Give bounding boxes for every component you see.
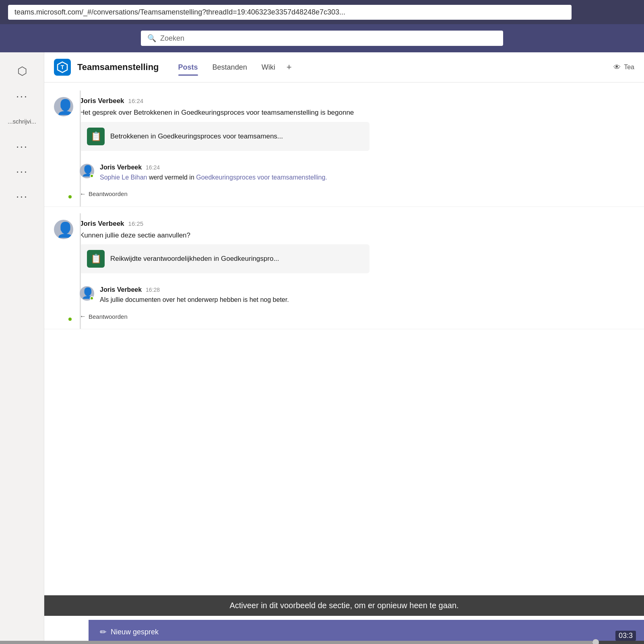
sub-message-body-2-1: Als jullie documenten over het onderwerp…: [100, 295, 625, 305]
sidebar-item-dots-4[interactable]: ···: [16, 190, 28, 203]
sidebar-item-dots-1[interactable]: ···: [16, 90, 28, 103]
avatar-1: [54, 97, 73, 116]
tab-wiki[interactable]: Wiki: [255, 60, 282, 75]
sidebar-item-dots-3[interactable]: ···: [16, 165, 28, 178]
channel-name: Teamsamenstelling: [77, 62, 159, 72]
subtitle-text: Activeer in dit voorbeeld de sectie, om …: [229, 601, 458, 610]
status-dot-2: [68, 317, 72, 322]
message-header-1: Joris Verbeek 16:24: [80, 97, 634, 105]
sub-message-body-1-1: Sophie Le Bihan werd vermeld in Goedkeur…: [100, 173, 625, 182]
attachment-icon-symbol-2: 📋: [91, 254, 101, 264]
teams-main: ⬡ ··· ...schrijvi... ··· ··· ··· T Teams…: [0, 52, 644, 644]
avatar-wrapper-2: [54, 220, 73, 323]
sub-status-dot-1-1: [90, 174, 94, 178]
status-dot-1: [68, 194, 72, 199]
sub-status-dot-2-1: [90, 296, 94, 300]
browser-chrome: teams.microsoft.com/_#/conversations/Tea…: [0, 0, 644, 24]
teams-search-bar: 🔍 Zoeken: [0, 24, 644, 52]
attachment-card-1[interactable]: 📋 Betrokkenen in Goedkeuringsproces voor…: [80, 122, 369, 151]
channel-logo: T: [54, 59, 71, 76]
message-author-2: Joris Verbeek: [80, 220, 124, 228]
reply-arrow-1: ←: [80, 190, 86, 198]
message-body-2: Kunnen jullie deze sectie aanvullen?: [80, 230, 563, 241]
reply-text-2: Als jullie documenten over het onderwerp…: [100, 296, 289, 303]
reply-button-1[interactable]: ← Beantwoorden: [80, 188, 625, 200]
svg-text:T: T: [61, 64, 64, 70]
tab-posts[interactable]: Posts: [172, 60, 204, 75]
search-icon: 🔍: [147, 34, 156, 43]
sub-message-author-2-1: Joris Verbeek: [100, 286, 142, 293]
header-right: 👁 Tea: [613, 63, 634, 72]
progress-filled: [0, 641, 592, 644]
goedkeuringsproces-link-1[interactable]: Goedkeuringsproces voor teamsamenstellin…: [196, 174, 327, 181]
search-input-wrapper[interactable]: 🔍 Zoeken: [141, 31, 503, 46]
message-author-1: Joris Verbeek: [80, 97, 124, 105]
sub-message-time-2-1: 16:28: [146, 287, 160, 293]
attachment-name-1: Betrokkenen in Goedkeuringsproces voor t…: [110, 132, 283, 140]
channel-tabs: Posts Bestanden Wiki +: [172, 60, 295, 75]
attachment-icon-1: 📋: [87, 128, 105, 145]
time-indicator: 03:3: [615, 631, 636, 641]
sidebar-item-schrijvi[interactable]: ...schrijvi...: [6, 115, 38, 128]
new-conversation-icon: ✏: [100, 627, 107, 637]
message-content-2: Joris Verbeek 16:25 Kunnen jullie deze s…: [80, 220, 634, 323]
progress-thumb[interactable]: [592, 639, 599, 644]
progress-unfilled: [599, 641, 644, 644]
sidebar-item-dots-2[interactable]: ···: [16, 140, 28, 153]
new-conversation-label: Nieuw gesprek: [111, 628, 159, 636]
reply-section-2: Joris Verbeek 16:28 Als jullie documente…: [80, 278, 634, 322]
sub-message-content-2-1: Joris Verbeek 16:28 Als jullie documente…: [100, 286, 625, 305]
attachment-name-2: Reikwijdte verantwoordelijkheden in Goed…: [110, 255, 279, 263]
search-input-placeholder: Zoeken: [160, 34, 184, 43]
message-time-2: 16:25: [128, 220, 144, 227]
teams-app: 🔍 Zoeken ⬡ ··· ...schrijvi... ··· ··· ··…: [0, 24, 644, 644]
filter-icon[interactable]: ⬡: [17, 64, 27, 78]
attachment-icon-2: 📋: [87, 250, 105, 268]
avatar-wrapper-1: [54, 97, 73, 200]
avatar-2: [54, 220, 73, 239]
sub-message-time-1-1: 16:24: [146, 164, 160, 171]
video-progress-bar[interactable]: [0, 641, 644, 644]
message-thread-1: Joris Verbeek 16:24 Het gesprek over Bet…: [44, 91, 644, 207]
message-thread-2: Joris Verbeek 16:25 Kunnen jullie deze s…: [44, 213, 644, 330]
sub-message-header-1-1: Joris Verbeek 16:24: [100, 164, 625, 171]
message-content-1: Joris Verbeek 16:24 Het gesprek over Bet…: [80, 97, 634, 200]
browser-url-bar[interactable]: teams.microsoft.com/_#/conversations/Tea…: [8, 5, 572, 20]
sub-message-content-1-1: Joris Verbeek 16:24 Sophie Le Bihan werd…: [100, 164, 625, 182]
sidebar: ⬡ ··· ...schrijvi... ··· ··· ···: [0, 52, 44, 644]
tab-bestanden[interactable]: Bestanden: [206, 60, 254, 75]
channel-header: T Teamsamenstelling Posts Bestanden Wiki…: [44, 52, 644, 83]
watch-label: Tea: [624, 64, 634, 71]
tab-add-button[interactable]: +: [283, 60, 295, 74]
reply-arrow-2: ←: [80, 313, 86, 320]
reply-section-1: Joris Verbeek 16:24 Sophie Le Bihan werd…: [80, 156, 634, 200]
reply-label-1: Beantwoorden: [89, 190, 128, 197]
new-conversation-button[interactable]: ✏ Nieuw gesprek: [89, 621, 170, 643]
sub-message-1-1: Joris Verbeek 16:24 Sophie Le Bihan werd…: [80, 160, 625, 186]
mention-link-sophie[interactable]: Sophie Le Bihan: [100, 174, 147, 181]
content-area: T Teamsamenstelling Posts Bestanden Wiki…: [44, 52, 644, 644]
attachment-card-2[interactable]: 📋 Reikwijdte verantwoordelijkheden in Go…: [80, 244, 369, 273]
reply-button-2[interactable]: ← Beantwoorden: [80, 310, 625, 322]
attachment-icon-symbol-1: 📋: [91, 131, 101, 142]
message-body-1: Het gesprek over Betrokkenen in Goedkeur…: [80, 107, 563, 118]
message-header-2: Joris Verbeek 16:25: [80, 220, 634, 228]
eye-icon: 👁: [613, 63, 621, 72]
reply-label-2: Beantwoorden: [89, 313, 128, 320]
sub-message-author-1-1: Joris Verbeek: [100, 164, 142, 171]
sub-message-2-1: Joris Verbeek 16:28 Als jullie documente…: [80, 282, 625, 309]
new-conversation-bar: ✏ Nieuw gesprek: [89, 620, 644, 644]
sub-message-header-2-1: Joris Verbeek 16:28: [100, 286, 625, 293]
message-time-1: 16:24: [128, 97, 144, 104]
reply-text-1: werd vermeld in: [149, 174, 196, 181]
subtitle-bar: Activeer in dit voorbeeld de sectie, om …: [44, 595, 644, 616]
conversation-area[interactable]: Joris Verbeek 16:24 Het gesprek over Bet…: [44, 83, 644, 644]
